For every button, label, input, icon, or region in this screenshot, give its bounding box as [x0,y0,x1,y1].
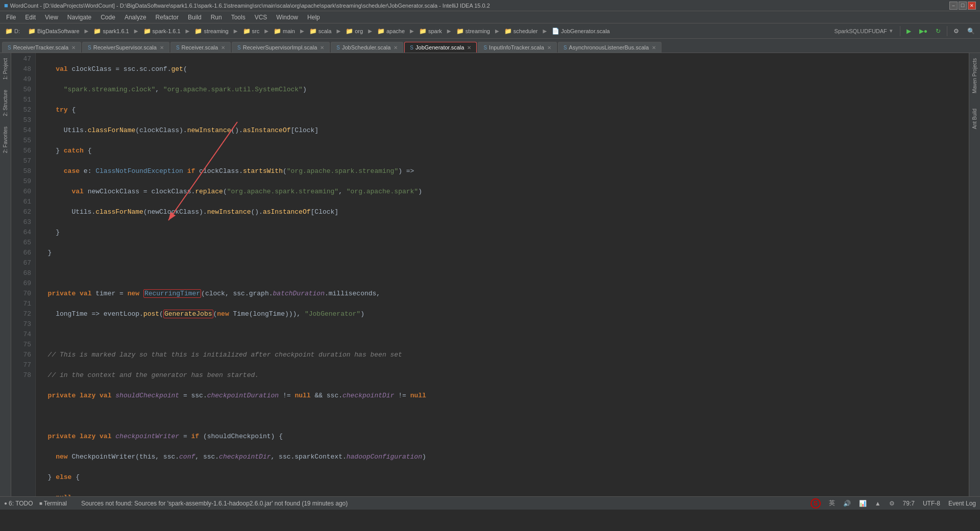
code-container: 47 48 49 50 51 52 53 54 55 56 57 58 59 6… [11,53,969,496]
toolbar: 📁 D: 📁 BigDataSoftware ▶ 📁 spark1.6.1 ▶ … [0,23,980,39]
toolbar-breadcrumb-5[interactable]: 📁 main [271,27,298,36]
status-bar-right: S 英 🔊 📊 ▲ ⚙ 79:7 UTF-8 Event Log [811,498,976,509]
toolbar-breadcrumb-scheduler[interactable]: 📁 scheduler [501,27,541,36]
toolbar-breadcrumb-file[interactable]: 📄 JobGenerator.scala [549,27,612,36]
toolbar-build-icon[interactable]: ↻ [933,27,944,36]
status-bar-left: ● 6: TODO ■ Terminal [4,500,67,507]
terminal-button[interactable]: ■ Terminal [39,500,67,507]
todo-button[interactable]: ● 6: TODO [4,500,33,507]
menu-bar: File Edit View Navigate Code Analyze Ref… [0,11,980,23]
memory-icon: 📊 [859,500,867,507]
menu-vcs[interactable]: VCS [251,13,272,22]
menu-navigate[interactable]: Navigate [63,13,95,22]
tab-receiver-supervisor-impl[interactable]: S ReceiverSupervisorImpl.scala ✕ [232,42,330,53]
panel-label-maven[interactable]: Maven Projects [972,58,977,93]
panel-left: 1: Project 2: Structure 2: Favorites [0,53,11,496]
editor-area: 47 48 49 50 51 52 53 54 55 56 57 58 59 6… [11,53,969,496]
menu-analyze[interactable]: Analyze [120,13,151,22]
menu-view[interactable]: View [41,13,62,22]
tab-close-receiver-supervisor[interactable]: ✕ [160,45,164,50]
toolbar-breadcrumb-streaming2[interactable]: 📁 streaming [453,27,493,36]
status-position: 79:7 [903,500,915,507]
main-content: 1: Project 2: Structure 2: Favorites 47 … [0,53,980,496]
menu-help[interactable]: Help [303,13,324,22]
panel-label-structure[interactable]: 2: Structure [3,90,8,116]
tab-job-generator[interactable]: S JobGenerator.scala ✕ [404,42,477,53]
toolbar-breadcrumb-4[interactable]: 📁 src [240,27,263,36]
menu-run[interactable]: Run [207,13,226,22]
close-button[interactable]: ✕ [968,2,976,10]
debug-button[interactable]: ▶● [916,27,930,36]
line-numbers: 47 48 49 50 51 52 53 54 55 56 57 58 59 6… [11,53,36,496]
file-tabs: S ReceiverTracker.scala ✕ S ReceiverSupe… [0,39,980,53]
menu-edit[interactable]: Edit [21,13,40,22]
title-bar-controls: – ☐ ✕ [949,2,976,10]
status-message: Sources not found: Sources for 'spark-as… [71,500,806,507]
settings-icon2[interactable]: ⚙ [889,500,895,507]
panel-label-favorites[interactable]: 2: Favorites [3,127,8,153]
toolbar-breadcrumb-3[interactable]: 📁 spark-1.6.1 [140,27,184,36]
code-content[interactable]: val clockClass = ssc.sc.conf.get( "spark… [36,53,969,496]
toolbar-settings-icon[interactable]: ⚙ [950,27,962,36]
title-bar: ■ WordCount - [D:\IdeaProjects\WordCount… [0,0,980,11]
toolbar-breadcrumb-6[interactable]: 📁 scala [306,27,335,36]
tab-job-scheduler[interactable]: S JobScheduler.scala ✕ [331,42,403,53]
tab-receiver[interactable]: S Receiver.scala ✕ [170,42,231,53]
tab-close-rsimpl[interactable]: ✕ [320,45,324,50]
maximize-button[interactable]: ☐ [959,2,967,10]
panel-label-project[interactable]: 1: Project [3,58,8,80]
tab-receiver-tracker[interactable]: S ReceiverTracker.scala ✕ [2,42,81,53]
speaker-icon: 🔊 [843,500,851,507]
toolbar-breadcrumb-1[interactable]: 📁 BigDataSoftware [25,27,83,36]
menu-window[interactable]: Window [272,13,302,22]
panel-label-ant[interactable]: Ant Build [972,109,977,129]
title-bar-logo: ■ [4,2,8,9]
toolbar-breadcrumb-7[interactable]: 📁 org [342,27,366,36]
toolbar-project-icon: 📁 D: [2,27,23,36]
tab-input-info-tracker[interactable]: S InputInfoTracker.scala ✕ [478,42,557,53]
toolbar-breadcrumb-streaming[interactable]: 📁 streaming [191,27,231,36]
git-icon: ▲ [875,500,881,507]
tab-close-async[interactable]: ✕ [652,45,656,50]
tab-close-receiver-tracker[interactable]: ✕ [71,45,76,50]
minimize-button[interactable]: – [949,2,958,10]
status-bar: ● 6: TODO ■ Terminal Sources not found: … [0,496,980,510]
menu-build[interactable]: Build [184,13,206,22]
status-encoding: UTF-8 [923,500,940,507]
run-button[interactable]: ▶ [903,27,914,36]
menu-refactor[interactable]: Refactor [152,13,183,22]
tab-close-job-generator[interactable]: ✕ [467,45,471,50]
right-panel: Maven Projects Ant Build [969,53,980,496]
tab-async-listener-bus[interactable]: S AsynchronousListenerBus.scala ✕ [558,42,662,53]
toolbar-search-icon[interactable]: 🔍 [964,27,978,36]
tab-close-receiver[interactable]: ✕ [221,45,225,50]
scala-icon: S [811,498,821,509]
menu-file[interactable]: File [2,13,20,22]
title-bar-left: ■ WordCount - [D:\IdeaProjects\WordCount… [4,2,490,9]
encoding-icon: 英 [829,499,835,508]
tab-close-job-scheduler[interactable]: ✕ [394,45,398,50]
menu-code[interactable]: Code [96,13,119,22]
menu-tools[interactable]: Tools [227,13,250,22]
tab-receiver-supervisor[interactable]: S ReceiverSupervisor.scala ✕ [82,42,169,53]
toolbar-breadcrumb-2[interactable]: 📁 spark1.6.1 [90,27,132,36]
toolbar-right-project[interactable]: SparkSQLUDFUDAF ▼ [831,27,897,35]
tab-close-input-info[interactable]: ✕ [547,45,551,50]
toolbar-breadcrumb-spark[interactable]: 📁 spark [416,27,445,36]
event-log-button[interactable]: Event Log [948,500,976,507]
title-bar-title: WordCount - [D:\IdeaProjects\WordCount] … [10,3,490,9]
toolbar-breadcrumb-apache[interactable]: 📁 apache [374,27,408,36]
